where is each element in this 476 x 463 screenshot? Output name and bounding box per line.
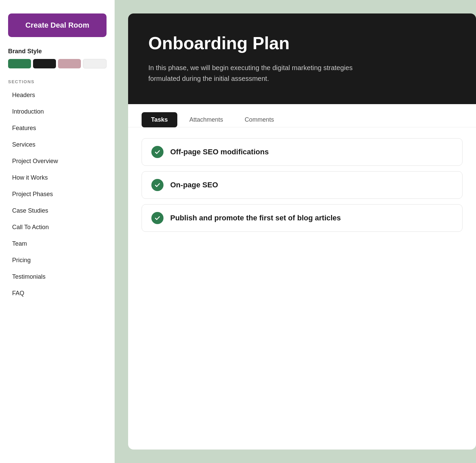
tabs-bar: TasksAttachmentsComments: [128, 104, 476, 127]
hero-title: Onboarding Plan: [148, 34, 456, 53]
task-label: Publish and promote the first set of blo…: [170, 214, 341, 222]
main-content: Onboarding Plan In this phase, we will b…: [115, 0, 476, 463]
sidebar-item-faq[interactable]: FAQ: [8, 285, 107, 302]
task-check-icon[interactable]: [151, 212, 163, 224]
tasks-list: Off-page SEO modifications On-page SEO P…: [128, 127, 476, 243]
sections-label: SECTIONS: [8, 79, 107, 84]
tab-comments[interactable]: Comments: [235, 112, 284, 127]
tab-tasks[interactable]: Tasks: [142, 112, 177, 127]
swatch-white[interactable]: [83, 59, 107, 68]
hero-section: Onboarding Plan In this phase, we will b…: [128, 13, 476, 104]
sidebar-item-testimonials[interactable]: Testimonials: [8, 269, 107, 285]
sidebar-item-services[interactable]: Services: [8, 136, 107, 153]
task-check-icon[interactable]: [151, 146, 163, 158]
nav-list: HeadersIntroductionFeaturesServicesProje…: [8, 87, 107, 302]
sidebar-item-case-studies[interactable]: Case Studies: [8, 203, 107, 219]
task-label: Off-page SEO modifications: [170, 148, 269, 156]
sidebar-item-project-phases[interactable]: Project Phases: [8, 186, 107, 203]
create-deal-button[interactable]: Create Deal Room: [8, 13, 107, 37]
task-item-task-2: On-page SEO: [142, 171, 463, 199]
task-check-icon[interactable]: [151, 179, 163, 191]
swatch-green[interactable]: [8, 59, 31, 68]
sidebar: Create Deal Room Brand Style SECTIONS He…: [0, 0, 115, 463]
sidebar-item-how-it-works[interactable]: How it Works: [8, 169, 107, 186]
hero-description: In this phase, we will begin executing t…: [148, 62, 384, 84]
sidebar-item-call-to-action[interactable]: Call To Action: [8, 219, 107, 236]
sidebar-item-introduction[interactable]: Introduction: [8, 103, 107, 120]
brand-style-label: Brand Style: [8, 48, 107, 55]
swatch-pink[interactable]: [58, 59, 81, 68]
task-item-task-3: Publish and promote the first set of blo…: [142, 204, 463, 232]
sidebar-item-headers[interactable]: Headers: [8, 87, 107, 103]
sidebar-item-team[interactable]: Team: [8, 236, 107, 252]
sidebar-item-pricing[interactable]: Pricing: [8, 252, 107, 269]
swatch-black[interactable]: [33, 59, 56, 68]
sidebar-item-features[interactable]: Features: [8, 120, 107, 136]
task-label: On-page SEO: [170, 181, 218, 189]
sidebar-item-project-overview[interactable]: Project Overview: [8, 153, 107, 169]
task-item-task-1: Off-page SEO modifications: [142, 138, 463, 166]
tab-attachments[interactable]: Attachments: [180, 112, 233, 127]
color-swatches: [8, 59, 107, 68]
content-card: Onboarding Plan In this phase, we will b…: [128, 13, 476, 450]
